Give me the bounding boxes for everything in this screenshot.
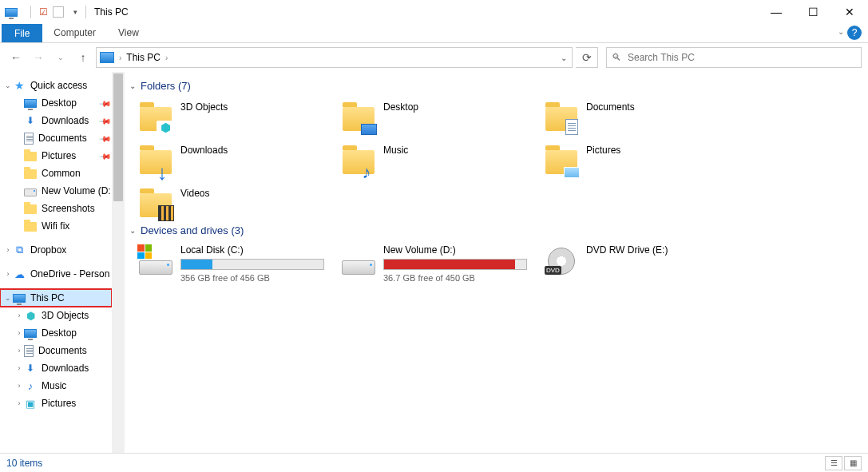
desktop-icon (24, 329, 37, 338)
tree-twisty-icon[interactable]: › (14, 329, 24, 337)
folder-tile[interactable]: ⬢3D Objects (137, 98, 337, 135)
sidebar-item[interactable]: Common (0, 165, 112, 182)
qat-dropdown-icon[interactable]: ▾ (73, 8, 77, 16)
tile-label: Documents (586, 100, 635, 113)
chevron-right-icon[interactable]: › (119, 54, 121, 62)
scrollbar-thumb[interactable] (113, 73, 123, 201)
tree-twisty-icon[interactable]: › (14, 311, 24, 319)
sidebar-item[interactable]: ›⬢3D Objects (0, 307, 112, 324)
tree-twisty-icon[interactable]: › (14, 382, 24, 390)
drive-info: DVD RW Drive (E:) (586, 244, 730, 256)
sidebar-item[interactable]: ›♪Music (0, 377, 112, 395)
tree-twisty-icon[interactable]: › (14, 347, 24, 355)
folder-tile[interactable]: Desktop (340, 98, 540, 135)
thispc-icon (100, 52, 114, 63)
tree-twisty-icon[interactable]: › (14, 399, 24, 407)
address-box[interactable]: › This PC › ⌄ (96, 47, 573, 68)
drive-usage-bar (383, 259, 527, 270)
tab-view[interactable]: View (107, 24, 150, 42)
sidebar-item[interactable]: Documents📌 (0, 129, 112, 147)
folder-tile[interactable]: Pictures (543, 141, 743, 178)
folder-icon (24, 204, 37, 214)
nav-up-button[interactable]: ↑ (73, 48, 93, 67)
drive-name: Local Disk (C:) (180, 244, 324, 256)
nav-back-button[interactable]: ← (6, 48, 26, 67)
folder-tile[interactable]: ♪Music (340, 141, 540, 178)
qat-properties-icon[interactable]: ☑ (39, 6, 48, 18)
folder-tile[interactable]: Videos (137, 184, 337, 221)
address-dropdown-icon[interactable]: ⌄ (561, 54, 569, 62)
tree-label: Wifi fix (42, 220, 69, 232)
maximize-button[interactable]: ☐ (795, 0, 831, 24)
group-folders-header[interactable]: ⌄Folders (7) (129, 80, 862, 92)
drive-usage-bar (180, 259, 324, 270)
sidebar-item[interactable]: ›▣Pictures (0, 395, 112, 412)
app-icon (5, 8, 18, 17)
sidebar-item[interactable]: ›Documents (0, 342, 112, 359)
folder-icon: ↓ (139, 143, 172, 177)
sidebar-onedrive[interactable]: ›☁OneDrive - Person (0, 265, 112, 283)
pin-icon: 📌 (99, 114, 112, 127)
sidebar-item[interactable]: ›Desktop (0, 324, 112, 342)
search-icon: 🔍︎ (612, 52, 621, 63)
sidebar-item[interactable]: ›⬇Downloads (0, 359, 112, 377)
tree-twisty-icon[interactable]: › (14, 364, 24, 372)
tree-twisty-icon[interactable]: ⌄ (3, 81, 13, 89)
sidebar-item[interactable]: ⬇Downloads📌 (0, 112, 112, 129)
chevron-down-icon[interactable]: ⌄ (129, 81, 136, 90)
group-drives-header[interactable]: ⌄Devices and drives (3) (129, 224, 862, 236)
download-overlay-icon: ↓ (153, 165, 171, 180)
nav-forward-button[interactable]: → (29, 48, 48, 67)
folder-icon (545, 100, 578, 133)
drive-name: New Volume (D:) (383, 244, 527, 256)
sidebar-item[interactable]: Pictures📌 (0, 147, 112, 165)
desktop-overlay-icon (361, 124, 377, 135)
view-icons-button[interactable]: ▦ (844, 456, 862, 470)
sidebar-item[interactable]: Screenshots (0, 200, 112, 217)
tree-label: Desktop (42, 327, 77, 339)
folder-icon: ⬢ (139, 100, 172, 133)
picture-overlay-icon (564, 167, 580, 178)
tree-twisty-icon[interactable]: ⌄ (3, 294, 13, 302)
close-button[interactable]: ✕ (831, 0, 868, 24)
sidebar-this-pc[interactable]: ⌄This PC (0, 289, 112, 307)
folder-tile[interactable]: ↓Downloads (137, 141, 337, 178)
dvd-badge: DVD (545, 266, 561, 275)
onedrive-icon: ☁ (13, 268, 26, 280)
drive-icon (139, 249, 172, 275)
downloads-icon: ⬇ (24, 362, 37, 375)
minimize-button[interactable]: — (758, 0, 795, 24)
drive-tile[interactable]: New Volume (D:)36.7 GB free of 450 GB (340, 243, 540, 284)
sidebar-item[interactable]: New Volume (D: (0, 182, 112, 200)
drive-tile[interactable]: DVDDVD RW Drive (E:) (543, 243, 743, 284)
chevron-down-icon[interactable]: ⌄ (129, 226, 136, 235)
nav-recent-dropdown[interactable]: ⌄ (51, 48, 70, 67)
window-controls: — ☐ ✕ (758, 0, 868, 24)
search-input[interactable] (626, 51, 856, 64)
folder-tile[interactable]: Documents (543, 98, 743, 135)
drive-tile[interactable]: Local Disk (C:)356 GB free of 456 GB (137, 243, 337, 284)
tree-label: Desktop (42, 97, 77, 109)
tree-label: OneDrive - Person (30, 268, 109, 280)
tree-twisty-icon[interactable]: › (3, 270, 13, 278)
sidebar-scrollbar[interactable] (112, 72, 125, 453)
tab-computer[interactable]: Computer (42, 24, 107, 42)
pin-icon: 📌 (99, 149, 112, 162)
breadcrumb[interactable]: This PC (126, 52, 161, 63)
status-text: 10 items (6, 458, 42, 469)
view-details-button[interactable]: ☰ (825, 456, 842, 470)
ribbon-collapse-icon[interactable]: ⌄ (838, 27, 844, 36)
help-button[interactable]: ? (847, 26, 862, 40)
tree-twisty-icon[interactable]: › (3, 246, 13, 254)
pictures-icon: ▣ (24, 397, 37, 410)
chevron-right-icon[interactable]: › (165, 54, 168, 62)
sidebar-quick-access[interactable]: ⌄★Quick access (0, 77, 112, 94)
folder-icon (342, 100, 375, 133)
search-box[interactable]: 🔍︎ (606, 47, 862, 68)
refresh-button[interactable]: ⟳ (576, 47, 598, 68)
qat-newfolder-icon[interactable] (53, 6, 64, 18)
sidebar-item[interactable]: Desktop📌 (0, 94, 112, 112)
tab-file[interactable]: File (2, 24, 42, 42)
sidebar-item[interactable]: Wifi fix (0, 217, 112, 235)
sidebar-dropbox[interactable]: ›⧉Dropbox (0, 241, 112, 259)
